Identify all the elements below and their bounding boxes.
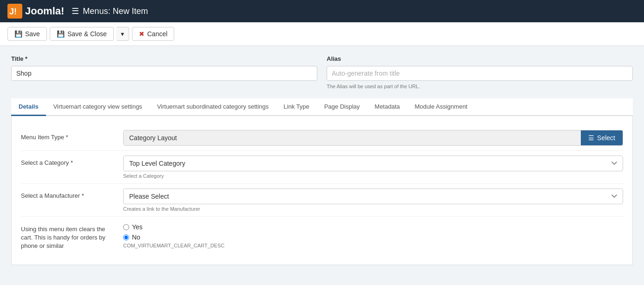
tab-page-display[interactable]: Page Display [317, 98, 368, 116]
list-icon: ☰ [588, 134, 594, 142]
tab-details[interactable]: Details [11, 98, 46, 116]
save-icon: 💾 [14, 30, 22, 38]
title-label: Title * [11, 55, 317, 62]
save-label: Save [25, 30, 40, 38]
clear-cart-row: Using this menu item clears the cart. Th… [21, 216, 623, 255]
select-manufacturer-label: Select a Manufacturer * [21, 188, 114, 199]
select-manufacturer-hint: Creates a link to the Manufacturer [123, 206, 623, 212]
select-menu-type-button[interactable]: ☰ Select [581, 130, 623, 145]
menu-item-type-row: Menu Item Type * Category Layout ☰ Selec… [21, 125, 623, 150]
dropdown-button[interactable]: ▾ [116, 27, 129, 41]
select-button-label: Select [597, 134, 615, 142]
joomla-logo-icon: J! [7, 4, 22, 19]
clear-cart-no-option[interactable]: No [123, 233, 623, 241]
tab-link-type[interactable]: Link Type [276, 98, 316, 116]
save-button[interactable]: 💾 Save [7, 27, 47, 41]
clear-cart-radio-group: Yes No [123, 221, 623, 241]
app-name: Joomla! [25, 5, 64, 17]
cancel-icon: ✖ [139, 30, 145, 38]
menu-item-type-control: Category Layout ☰ Select [123, 130, 623, 146]
select-category-dropdown[interactable]: Top Level Category [123, 155, 623, 171]
chevron-down-icon: ▾ [121, 30, 124, 38]
menu-item-type-field: Category Layout ☰ Select [123, 130, 623, 146]
alias-label: Alias [327, 55, 633, 62]
alias-group: Alias The Alias will be used as part of … [327, 55, 633, 89]
save-close-icon: 💾 [57, 30, 65, 38]
clear-cart-no-radio[interactable] [123, 234, 129, 240]
tabs-bar: Details Virtuemart category view setting… [11, 98, 633, 116]
no-label: No [132, 233, 140, 241]
select-manufacturer-control: Please Select Creates a link to the Manu… [123, 188, 623, 212]
page-title: Menus: New Item [83, 6, 148, 16]
clear-cart-control: Yes No COM_VIRTUEMART_CLEAR_CART_DESC [123, 221, 623, 248]
yes-label: Yes [132, 223, 143, 231]
clear-cart-yes-radio[interactable] [123, 224, 129, 230]
select-category-hint: Select a Category [123, 173, 623, 179]
select-manufacturer-dropdown[interactable]: Please Select [123, 188, 623, 204]
toolbar: 💾 Save 💾 Save & Close ▾ ✖ Cancel [0, 22, 644, 46]
menu-icon: ☰ [72, 6, 79, 16]
menu-item-type-label: Menu Item Type * [21, 130, 114, 141]
cancel-button[interactable]: ✖ Cancel [132, 27, 175, 41]
tab-content-details: Menu Item Type * Category Layout ☰ Selec… [11, 116, 633, 265]
tab-vm-subordinated[interactable]: Virtuemart subordinated category setting… [150, 98, 276, 116]
form-top: Title * Alias The Alias will be used as … [11, 55, 633, 89]
select-category-control: Top Level Category Select a Category [123, 155, 623, 179]
menu-item-type-value: Category Layout [124, 130, 581, 145]
clear-cart-yes-option[interactable]: Yes [123, 223, 623, 231]
cancel-label: Cancel [147, 30, 168, 38]
alias-input[interactable] [327, 66, 633, 81]
clear-cart-desc: COM_VIRTUEMART_CLEAR_CART_DESC [123, 243, 623, 248]
title-input[interactable] [11, 66, 317, 81]
select-manufacturer-row: Select a Manufacturer * Please Select Cr… [21, 183, 623, 216]
title-group: Title * [11, 55, 317, 89]
tab-vm-category-view[interactable]: Virtuemart category view settings [46, 98, 150, 116]
select-category-row: Select a Category * Top Level Category S… [21, 150, 623, 183]
alias-hint: The Alias will be used as part of the UR… [327, 84, 633, 89]
save-close-label: Save & Close [67, 30, 107, 38]
tab-module-assignment[interactable]: Module Assignment [407, 98, 475, 116]
joomla-logo: J! Joomla! [7, 4, 64, 19]
main-content: Title * Alias The Alias will be used as … [0, 46, 644, 285]
tab-metadata[interactable]: Metadata [367, 98, 407, 116]
select-category-label: Select a Category * [21, 155, 114, 166]
page-title-bar: ☰ Menus: New Item [72, 6, 148, 16]
save-close-button[interactable]: 💾 Save & Close [50, 27, 114, 41]
top-bar: J! Joomla! ☰ Menus: New Item [0, 0, 644, 22]
clear-cart-label: Using this menu item clears the cart. Th… [21, 221, 114, 251]
svg-text:J!: J! [9, 7, 17, 16]
